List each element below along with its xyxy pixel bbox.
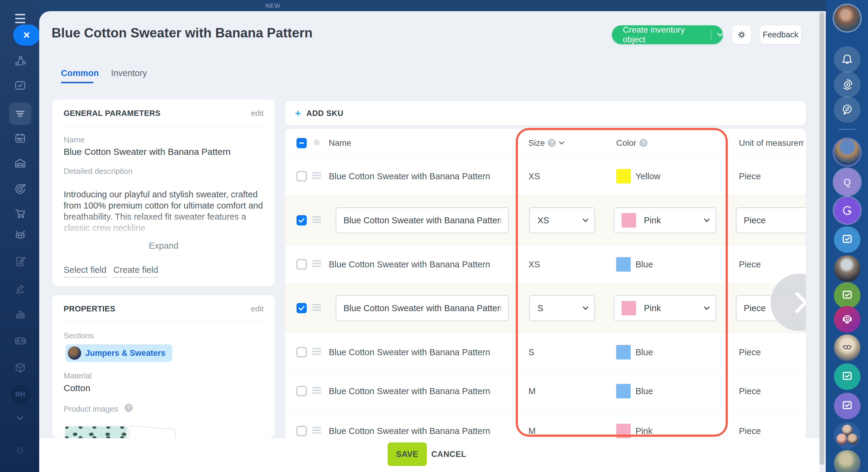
rh-avatar[interactable]: RH [10, 385, 30, 404]
calendar-icon[interactable] [9, 127, 31, 149]
column-header-name[interactable]: Name [329, 138, 351, 148]
cart-icon[interactable] [9, 202, 31, 225]
columns-gear-icon[interactable] [312, 137, 322, 149]
general-edit-link[interactable]: edit [251, 109, 264, 118]
sku-name: Blue Cotton Sweater with Banana Pattern [329, 347, 490, 357]
properties-edit-link[interactable]: edit [251, 304, 264, 314]
drag-handle-icon[interactable] [312, 387, 321, 395]
modal-footer: SAVE CANCEL [39, 438, 820, 472]
q-badge-label: Q [843, 177, 851, 188]
select-all-checkbox[interactable] [297, 138, 307, 148]
settings-button[interactable] [732, 25, 751, 44]
chevron-down-icon[interactable] [9, 407, 31, 429]
sku-name-input[interactable] [336, 295, 509, 321]
sections-label: Sections [64, 331, 94, 341]
settings-gear-icon[interactable] [9, 439, 31, 462]
warehouse-icon[interactable] [9, 152, 31, 174]
menu-icon[interactable] [15, 14, 25, 26]
ai-sparkle-button[interactable] [834, 197, 861, 224]
target-icon[interactable] [9, 178, 31, 200]
product-image-thumbnail[interactable] [64, 425, 128, 438]
color-select[interactable]: Pink [614, 295, 716, 321]
tab-inventory[interactable]: Inventory [111, 68, 147, 78]
save-button[interactable]: SAVE [388, 442, 427, 466]
size-select[interactable]: S [529, 295, 595, 321]
help-icon[interactable]: ? [125, 404, 133, 412]
avatar-headscarf[interactable] [834, 139, 861, 166]
task-app-green[interactable] [834, 282, 861, 309]
avatar-cat[interactable] [834, 334, 861, 361]
sku-row-editing: XS Pink [285, 195, 806, 245]
task-app-blue[interactable] [834, 226, 861, 253]
row-checkbox[interactable] [297, 347, 307, 357]
color-select[interactable]: Pink [614, 207, 716, 233]
q-badge[interactable]: Q [834, 169, 861, 195]
cancel-button[interactable]: CANCEL [431, 442, 466, 466]
document-edit-icon[interactable] [9, 250, 31, 273]
gear-icon [736, 29, 747, 40]
vertical-scrollbar[interactable] [819, 12, 824, 465]
sku-color: Blue [636, 260, 653, 269]
task-app-purple[interactable] [834, 393, 861, 419]
add-sku-button[interactable]: + ADD SKU [285, 101, 806, 125]
feedback-button[interactable]: Feedback [760, 25, 801, 44]
sku-color: Blue [636, 386, 653, 396]
drag-handle-icon[interactable] [312, 304, 321, 312]
catalog-filter-icon-active[interactable] [9, 102, 31, 125]
size-select[interactable]: XS [529, 207, 595, 233]
column-header-color[interactable]: Color ? [616, 138, 648, 148]
help-icon[interactable]: ? [640, 139, 648, 147]
signature-pen-icon[interactable] [9, 278, 31, 300]
bar-chart-icon[interactable] [9, 303, 31, 325]
gpt-support-button[interactable] [834, 306, 861, 332]
section-chip[interactable]: Jumpers & Sweaters [65, 344, 172, 362]
unit-input[interactable] [736, 207, 806, 233]
expand-link[interactable]: Expand [52, 241, 275, 251]
row-checkbox-checked[interactable] [297, 303, 307, 313]
properties-heading: PROPERTIES [64, 304, 116, 314]
id-card-icon[interactable] [9, 330, 31, 352]
row-checkbox-checked[interactable] [297, 215, 307, 226]
general-parameters-heading: GENERAL PARAMETERS [64, 109, 160, 118]
color-header-label: Color [616, 138, 637, 148]
avatar-man[interactable] [834, 255, 861, 282]
product-images-label: Product images [64, 404, 118, 414]
create-field-link[interactable]: Create field [114, 265, 158, 278]
active-tab-underline [61, 82, 93, 83]
help-icon[interactable]: ? [548, 139, 556, 147]
chevron-down-icon [583, 218, 588, 222]
drag-handle-icon[interactable] [312, 216, 321, 225]
row-checkbox[interactable] [297, 426, 307, 436]
tab-common[interactable]: Common [61, 68, 99, 78]
general-parameters-card: GENERAL PARAMETERS edit Name Blue Cotton… [52, 99, 275, 286]
row-checkbox[interactable] [297, 386, 307, 396]
close-icon[interactable]: × [13, 25, 40, 46]
user-avatar[interactable] [834, 5, 861, 31]
task-app-teal[interactable] [834, 363, 861, 390]
row-checkbox[interactable] [297, 171, 307, 181]
tasks-check-icon[interactable] [9, 74, 31, 96]
column-header-unit[interactable]: Unit of measurement [739, 138, 804, 148]
drag-handle-icon[interactable] [312, 348, 321, 356]
ai-assistant-button[interactable] [834, 71, 861, 98]
sku-name-input[interactable] [336, 207, 509, 233]
sku-row-editing: S Pink [285, 284, 806, 332]
sku-name: Blue Cotton Sweater with Banana Pattern [329, 171, 490, 181]
avatar-group[interactable] [834, 422, 861, 449]
row-checkbox[interactable] [297, 259, 307, 269]
left-sidebar: RH × [0, 0, 39, 472]
drag-handle-icon[interactable] [312, 172, 321, 180]
notifications-bell-button[interactable] [834, 46, 861, 73]
size-select-value: XS [537, 215, 549, 226]
drag-handle-icon[interactable] [312, 427, 321, 435]
package-icon[interactable] [9, 356, 31, 379]
column-header-size[interactable]: Size ? [528, 138, 564, 148]
create-inventory-button[interactable]: Create inventory object [612, 25, 723, 44]
chat-transfer-button[interactable] [834, 96, 861, 123]
bot-icon[interactable] [9, 224, 31, 246]
drag-handle-icon[interactable] [312, 261, 321, 269]
app-root: NEW [0, 0, 868, 472]
divider [64, 256, 264, 256]
select-field-link[interactable]: Select field [64, 265, 106, 278]
share-network-icon[interactable] [9, 50, 31, 72]
